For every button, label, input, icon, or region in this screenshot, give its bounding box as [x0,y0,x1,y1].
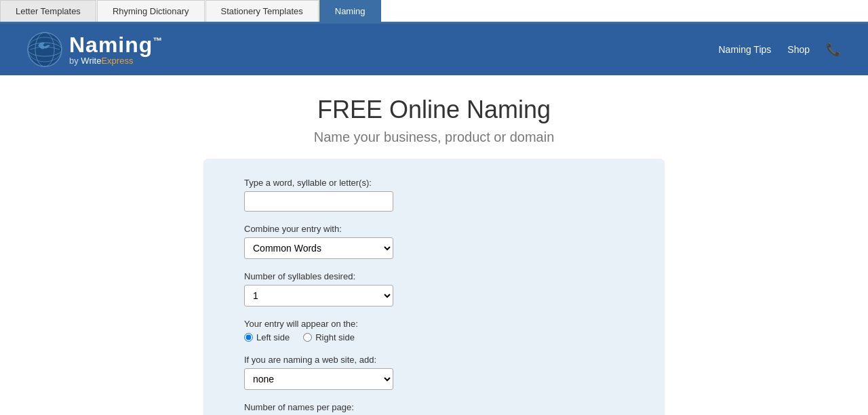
tab-rhyming-dictionary[interactable]: Rhyming Dictionary [97,0,205,22]
left-side-radio-label[interactable]: Left side [244,332,290,342]
nav-shop[interactable]: Shop [787,44,810,55]
word-input-label: Type a word, syllable or letter(s): [244,178,624,188]
logo-globe-icon [27,32,62,67]
logo-naming-label: Naming™ [69,34,163,56]
header-nav: Naming Tips Shop 📞 [718,42,841,57]
logo-byline: by WriteExpress [69,56,163,66]
right-side-label: Right side [315,332,355,342]
naming-form-card: Type a word, syllable or letter(s): Comb… [203,159,665,415]
syllables-label: Number of syllables desired: [244,271,624,281]
syllables-select[interactable]: 1 2 3 4 Any [244,285,393,307]
tab-naming[interactable]: Naming [319,0,381,22]
left-side-label: Left side [256,332,290,342]
svg-point-0 [28,33,62,66]
top-tabs: Letter Templates Rhyming Dictionary Stat… [0,0,868,24]
logo-text: Naming™ by WriteExpress [69,34,163,66]
left-side-radio[interactable] [244,333,253,342]
logo: Naming™ by WriteExpress [27,32,163,67]
website-suffix-select[interactable]: none .com .net .org .biz .info [244,368,393,390]
tab-stationery-templates[interactable]: Stationery Templates [205,0,319,22]
nav-naming-tips[interactable]: Naming Tips [718,44,771,55]
syllables-group: Number of syllables desired: 1 2 3 4 Any [244,271,624,307]
combine-group: Combine your entry with: Common Words Pr… [244,224,624,259]
names-per-page-label: Number of names per page: [244,402,624,412]
right-side-radio[interactable] [303,333,312,342]
page-subtitle: Name your business, product or domain [14,130,854,145]
position-radio-group: Left side Right side [244,332,624,342]
combine-label: Combine your entry with: [244,224,624,234]
position-group: Your entry will appear on the: Left side… [244,319,624,342]
page-title: FREE Online Naming [14,96,854,124]
word-input[interactable] [244,191,393,212]
main-content: FREE Online Naming Name your business, p… [0,75,868,415]
position-label: Your entry will appear on the: [244,319,624,329]
word-input-group: Type a word, syllable or letter(s): [244,178,624,212]
website-suffix-label: If you are naming a web site, add: [244,355,624,365]
combine-select[interactable]: Common Words Prefixes Suffixes Tech Word… [244,237,393,259]
names-per-page-group: Number of names per page: 816 100 50 25 [244,402,624,415]
site-header: Naming™ by WriteExpress Naming Tips Shop… [0,24,868,75]
tab-letter-templates[interactable]: Letter Templates [0,0,96,22]
website-suffix-group: If you are naming a web site, add: none … [244,355,624,390]
right-side-radio-label[interactable]: Right side [303,332,355,342]
phone-icon: 📞 [826,42,841,57]
